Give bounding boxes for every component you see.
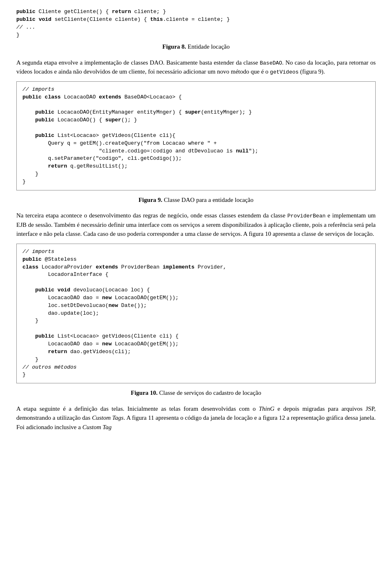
figure10-title: Classe de serviços do cadastro de locaçã… [159, 389, 261, 396]
figure10-caption: Figura 10. Classe de serviços do cadastr… [16, 388, 376, 398]
top-code-line3: // ... [16, 24, 36, 30]
thing-italic: ThinG [259, 405, 274, 412]
code-block-1: // imports public class LocacaoDAO exten… [16, 81, 376, 190]
figure9-label: Figura 9. [138, 197, 162, 203]
figure8-caption: Figura 8. Entidade locação [16, 42, 376, 51]
figure8-title: Entidade locação [188, 43, 230, 50]
paragraph2: Na terceira etapa acontece o desenvolvim… [16, 211, 376, 239]
top-code-line1: public Cliente getCliente() { return cli… [16, 9, 166, 15]
paragraph3: A etapa seguinte é a definição das telas… [16, 404, 376, 432]
custom-tags-italic: Custom Tags [92, 414, 123, 421]
top-code-line4: } [16, 32, 20, 38]
top-code-block: public Cliente getCliente() { return cli… [16, 8, 376, 39]
figure9-title: Classe DAO para a entidade locação [164, 197, 254, 203]
custom-tag-italic-end: Custom Tag [82, 424, 112, 430]
figure10-label: Figura 10. [131, 389, 158, 396]
code-block-2: // imports public @Stateless class Locad… [16, 244, 376, 383]
paragraph1: A segunda etapa envolve a implementação … [16, 58, 376, 76]
figure8-label: Figura 8. [163, 43, 186, 50]
figure9-caption: Figura 9. Classe DAO para a entidade loc… [16, 195, 376, 205]
top-code-line2: public void setCliente(Cliente cliente) … [16, 16, 230, 22]
